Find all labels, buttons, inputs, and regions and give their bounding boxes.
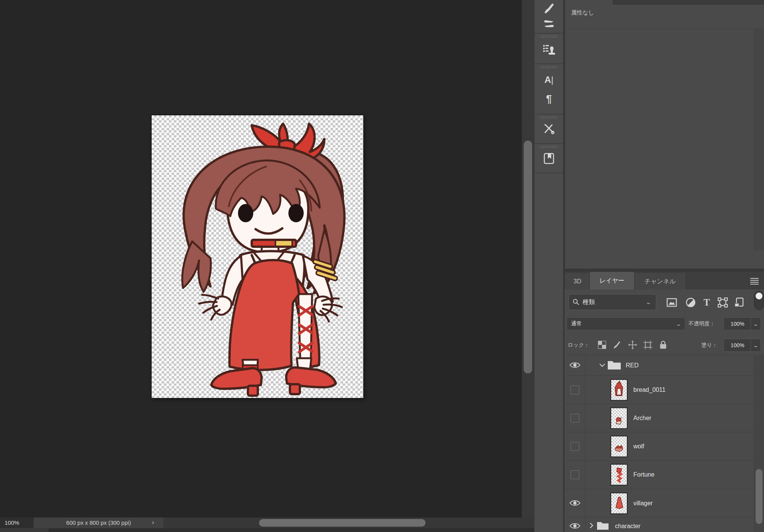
lock-artboard-icon[interactable] [643,340,652,349]
layer-row-archer[interactable]: Archer [565,404,754,432]
fill-field[interactable]: 100% ⌄ [724,339,761,352]
dock-group-grip [541,146,557,148]
status-chevron-icon[interactable]: › [152,517,154,528]
visibility-checkbox[interactable] [570,470,579,479]
opacity-field[interactable]: 100% ⌄ [724,317,761,330]
clone-source-panel-button[interactable] [534,42,563,57]
tab-layers[interactable]: レイヤー [590,272,635,289]
opacity-label: 不透明度： [688,320,715,327]
tab-3d[interactable]: 3D [565,273,590,289]
visibility-checkbox[interactable] [570,385,579,395]
layer-row-villager[interactable]: villager [565,489,754,517]
lock-transparency-icon[interactable] [597,340,607,349]
photoshop-window: 100% 600 px x 800 px (300 ppi) › A| ¶ [0,0,764,532]
panel-icon-dock: A| ¶ [534,0,563,532]
panel-divider [565,268,764,272]
layer-name: wolf [633,443,644,450]
tool-presets-panel-button[interactable] [534,121,563,136]
dock-group-grip [541,66,557,68]
pasteboard[interactable] [0,0,522,517]
eye-icon[interactable] [569,499,581,508]
layer-thumbnail[interactable] [610,379,628,401]
layers-tab-bar: 3D レイヤー チャンネル [565,272,764,289]
chevron-down-icon: ⌄ [676,321,681,327]
layers-panel: 3D レイヤー チャンネル 種類 ⌄ T [565,272,764,532]
chevron-down-icon[interactable] [599,362,605,369]
properties-scroll-gutter[interactable] [754,29,764,251]
tab-channels[interactable]: チャンネル [635,273,686,289]
filter-pixel-layers-icon[interactable] [666,297,677,308]
vertical-scrollbar-track[interactable] [522,0,534,517]
filter-kind-select[interactable]: 種類 ⌄ [568,294,656,310]
lock-position-icon[interactable] [628,340,637,349]
blend-mode-select[interactable]: 通常 ⌄ [567,317,685,330]
folder-icon [597,521,609,532]
filter-smart-objects-icon[interactable] [733,297,744,308]
layer-row-group-red[interactable]: RED [565,356,754,376]
layer-name: Archer [633,415,651,422]
chevron-down-icon: ⌄ [646,299,651,305]
lock-pixels-brush-icon[interactable] [613,340,622,349]
document-canvas[interactable] [152,115,363,398]
filter-kind-label: 種類 [583,298,595,306]
horizontal-scrollbar-track[interactable] [163,517,534,528]
layer-row-fortune[interactable]: Fortune [565,461,754,489]
brush-settings-panel-button[interactable] [534,1,563,16]
filter-type-layers-icon[interactable]: T [701,297,712,308]
mixer-brush-panel-button[interactable] [534,16,563,31]
search-icon [573,299,579,306]
eye-icon[interactable] [569,522,581,530]
no-properties-label: 属性なし [571,9,594,16]
layer-filter-row: 種類 ⌄ T [565,289,764,316]
canvas-artwork [152,115,363,398]
lock-label: ロック： [568,342,589,349]
fill-label: 塗り： [701,342,717,349]
libraries-panel-button[interactable] [534,151,563,166]
dock-group-grip [541,116,557,119]
status-bar: 100% 600 px x 800 px (300 ppi) › [0,517,534,532]
properties-panel: 属性なし [565,0,764,268]
visibility-checkbox[interactable] [570,414,579,423]
layer-thumbnail[interactable] [610,464,628,486]
chevron-down-icon[interactable]: ⌄ [751,318,761,330]
opacity-value: 100% [724,318,751,330]
visibility-checkbox[interactable] [570,442,579,451]
layer-name: villager [633,500,653,507]
blend-mode-value: 通常 [571,320,582,327]
fill-value: 100% [724,339,751,351]
character-panel-button[interactable]: A| [534,73,563,87]
layer-thumbnail[interactable] [610,435,628,457]
properties-tab-bar [613,0,764,5]
panel-menu-icon[interactable] [750,278,759,286]
layer-thumbnail[interactable] [610,407,628,429]
zoom-level[interactable]: 100% [5,517,19,528]
divider [565,29,764,29]
paragraph-panel-button[interactable]: ¶ [534,92,563,106]
layer-row-group-character[interactable]: character [565,517,754,532]
layer-list: RED bread_0011 Archer w [565,355,764,532]
layer-thumbnail[interactable] [610,492,628,514]
lock-row: ロック： 塗り： 100% ⌄ [565,334,764,355]
layer-name: Fortune [633,471,654,478]
layer-row-wolf[interactable]: wolf [565,432,754,461]
eye-icon[interactable] [569,361,581,370]
layer-name: RED [626,362,639,369]
layers-scrollbar-thumb[interactable] [756,469,762,524]
status-bar-stub [0,528,49,532]
dock-group-grip [541,35,557,38]
vertical-scrollbar-thumb[interactable] [524,141,532,374]
layer-name: bread_0011 [633,386,665,393]
layer-name: character [615,523,641,530]
document-size-readout[interactable]: 600 px x 800 px (300 ppi) [34,517,163,528]
filter-on-off-toggle[interactable] [754,291,764,310]
chevron-down-icon[interactable]: ⌄ [751,339,761,351]
blend-mode-row: 通常 ⌄ 不透明度： 100% ⌄ [565,316,764,334]
filter-shape-layers-icon[interactable] [717,297,728,308]
folder-open-icon [607,360,621,372]
chevron-right-icon[interactable] [589,522,594,530]
horizontal-scrollbar-thumb[interactable] [259,519,426,527]
lock-all-padlock-icon[interactable] [659,340,668,349]
filter-adjustment-layers-icon[interactable] [685,297,696,308]
layer-row-bread[interactable]: bread_0011 [565,376,754,404]
